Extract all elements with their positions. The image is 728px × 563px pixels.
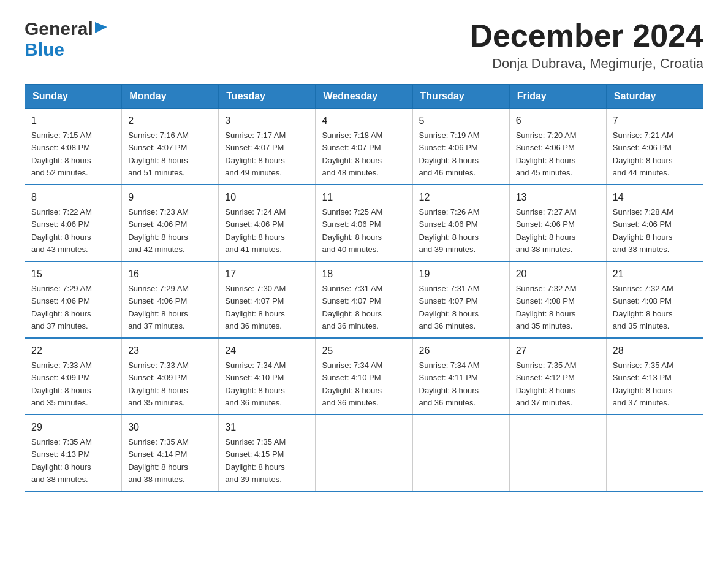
calendar-day-cell: 15 Sunrise: 7:29 AMSunset: 4:06 PMDaylig… [25,261,122,338]
calendar-day-cell [509,415,606,491]
day-number: 10 [225,190,309,205]
day-number: 29 [31,420,115,435]
calendar-day-cell: 2 Sunrise: 7:16 AMSunset: 4:07 PMDayligh… [122,109,219,185]
day-number: 28 [613,343,697,358]
calendar-day-cell: 5 Sunrise: 7:19 AMSunset: 4:06 PMDayligh… [412,109,509,185]
calendar-day-cell: 25 Sunrise: 7:34 AMSunset: 4:10 PMDaylig… [316,338,412,415]
day-info: Sunrise: 7:34 AMSunset: 4:10 PMDaylight:… [225,361,286,407]
day-number: 24 [225,343,309,358]
calendar-day-cell: 29 Sunrise: 7:35 AMSunset: 4:13 PMDaylig… [25,415,122,491]
day-number: 18 [322,267,406,282]
calendar-day-cell: 13 Sunrise: 7:27 AMSunset: 4:06 PMDaylig… [509,185,606,261]
day-info: Sunrise: 7:31 AMSunset: 4:07 PMDaylight:… [419,284,480,331]
day-info: Sunrise: 7:22 AMSunset: 4:06 PMDaylight:… [31,207,92,254]
day-info: Sunrise: 7:17 AMSunset: 4:07 PMDaylight:… [225,131,286,177]
header-friday: Friday [509,85,606,109]
calendar-day-cell: 24 Sunrise: 7:34 AMSunset: 4:10 PMDaylig… [219,338,316,415]
calendar-day-cell: 8 Sunrise: 7:22 AMSunset: 4:06 PMDayligh… [25,185,122,261]
day-info: Sunrise: 7:35 AMSunset: 4:14 PMDaylight:… [128,437,189,484]
calendar-header: Sunday Monday Tuesday Wednesday Thursday… [25,85,703,109]
day-number: 30 [128,420,212,435]
day-number: 14 [613,190,697,205]
day-number: 17 [225,267,309,282]
day-info: Sunrise: 7:35 AMSunset: 4:15 PMDaylight:… [225,437,286,484]
calendar-day-cell [316,415,412,491]
day-info: Sunrise: 7:27 AMSunset: 4:06 PMDaylight:… [516,207,577,254]
calendar-table: Sunday Monday Tuesday Wednesday Thursday… [25,84,703,492]
svg-marker-0 [95,22,107,33]
calendar-day-cell: 14 Sunrise: 7:28 AMSunset: 4:06 PMDaylig… [606,185,703,261]
day-info: Sunrise: 7:28 AMSunset: 4:06 PMDaylight:… [613,207,673,254]
header-sunday: Sunday [25,85,122,109]
calendar-body: 1 Sunrise: 7:15 AMSunset: 4:08 PMDayligh… [25,109,703,492]
day-number: 6 [516,113,600,128]
title-area: December 2024 Donja Dubrava, Megimurje, … [469,18,703,72]
day-info: Sunrise: 7:33 AMSunset: 4:09 PMDaylight:… [128,361,189,407]
calendar-day-cell: 3 Sunrise: 7:17 AMSunset: 4:07 PMDayligh… [219,109,316,185]
calendar-day-cell: 11 Sunrise: 7:25 AMSunset: 4:06 PMDaylig… [316,185,412,261]
calendar-day-cell: 26 Sunrise: 7:34 AMSunset: 4:11 PMDaylig… [412,338,509,415]
calendar-week-row: 1 Sunrise: 7:15 AMSunset: 4:08 PMDayligh… [25,109,703,185]
day-info: Sunrise: 7:31 AMSunset: 4:07 PMDaylight:… [322,284,382,331]
day-info: Sunrise: 7:19 AMSunset: 4:06 PMDaylight:… [419,131,480,177]
calendar-day-cell: 27 Sunrise: 7:35 AMSunset: 4:12 PMDaylig… [509,338,606,415]
day-number: 27 [516,343,600,358]
day-number: 1 [31,113,115,128]
day-info: Sunrise: 7:32 AMSunset: 4:08 PMDaylight:… [516,284,577,331]
calendar-day-cell: 9 Sunrise: 7:23 AMSunset: 4:06 PMDayligh… [122,185,219,261]
subtitle: Donja Dubrava, Megimurje, Croatia [469,56,703,72]
day-number: 5 [419,113,503,128]
logo-blue-text: Blue [25,39,64,60]
day-info: Sunrise: 7:30 AMSunset: 4:07 PMDaylight:… [225,284,286,331]
page-header: General Blue December 2024 Donja Dubrava… [25,18,703,72]
calendar-day-cell: 1 Sunrise: 7:15 AMSunset: 4:08 PMDayligh… [25,109,122,185]
day-info: Sunrise: 7:18 AMSunset: 4:07 PMDaylight:… [322,131,382,177]
calendar-week-row: 22 Sunrise: 7:33 AMSunset: 4:09 PMDaylig… [25,338,703,415]
day-info: Sunrise: 7:35 AMSunset: 4:13 PMDaylight:… [31,437,92,484]
day-info: Sunrise: 7:24 AMSunset: 4:06 PMDaylight:… [225,207,286,254]
day-number: 16 [128,267,212,282]
day-number: 9 [128,190,212,205]
day-info: Sunrise: 7:26 AMSunset: 4:06 PMDaylight:… [419,207,480,254]
calendar-week-row: 8 Sunrise: 7:22 AMSunset: 4:06 PMDayligh… [25,185,703,261]
day-info: Sunrise: 7:33 AMSunset: 4:09 PMDaylight:… [31,361,92,407]
calendar-day-cell: 21 Sunrise: 7:32 AMSunset: 4:08 PMDaylig… [606,261,703,338]
day-number: 21 [613,267,697,282]
header-saturday: Saturday [606,85,703,109]
calendar-day-cell: 7 Sunrise: 7:21 AMSunset: 4:06 PMDayligh… [606,109,703,185]
day-info: Sunrise: 7:29 AMSunset: 4:06 PMDaylight:… [31,284,92,331]
day-number: 2 [128,113,212,128]
calendar-day-cell: 30 Sunrise: 7:35 AMSunset: 4:14 PMDaylig… [122,415,219,491]
calendar-day-cell: 23 Sunrise: 7:33 AMSunset: 4:09 PMDaylig… [122,338,219,415]
calendar-day-cell: 19 Sunrise: 7:31 AMSunset: 4:07 PMDaylig… [412,261,509,338]
calendar-day-cell: 18 Sunrise: 7:31 AMSunset: 4:07 PMDaylig… [316,261,412,338]
day-number: 26 [419,343,503,358]
day-info: Sunrise: 7:20 AMSunset: 4:06 PMDaylight:… [516,131,577,177]
logo: General Blue [25,18,108,60]
header-monday: Monday [122,85,219,109]
day-number: 8 [31,190,115,205]
day-info: Sunrise: 7:15 AMSunset: 4:08 PMDaylight:… [31,131,92,177]
day-info: Sunrise: 7:25 AMSunset: 4:06 PMDaylight:… [322,207,382,254]
main-title: December 2024 [469,18,703,53]
calendar-day-cell: 22 Sunrise: 7:33 AMSunset: 4:09 PMDaylig… [25,338,122,415]
day-number: 15 [31,267,115,282]
day-info: Sunrise: 7:32 AMSunset: 4:08 PMDaylight:… [613,284,673,331]
day-info: Sunrise: 7:35 AMSunset: 4:13 PMDaylight:… [613,361,673,407]
calendar-day-cell: 4 Sunrise: 7:18 AMSunset: 4:07 PMDayligh… [316,109,412,185]
calendar-day-cell: 17 Sunrise: 7:30 AMSunset: 4:07 PMDaylig… [219,261,316,338]
day-info: Sunrise: 7:34 AMSunset: 4:10 PMDaylight:… [322,361,382,407]
calendar-day-cell: 16 Sunrise: 7:29 AMSunset: 4:06 PMDaylig… [122,261,219,338]
day-number: 12 [419,190,503,205]
day-info: Sunrise: 7:21 AMSunset: 4:06 PMDaylight:… [613,131,673,177]
calendar-day-cell [606,415,703,491]
calendar-week-row: 29 Sunrise: 7:35 AMSunset: 4:13 PMDaylig… [25,415,703,491]
calendar-day-cell [412,415,509,491]
day-info: Sunrise: 7:34 AMSunset: 4:11 PMDaylight:… [419,361,480,407]
logo-triangle-icon [95,22,108,36]
calendar-week-row: 15 Sunrise: 7:29 AMSunset: 4:06 PMDaylig… [25,261,703,338]
day-number: 31 [225,420,309,435]
weekday-header-row: Sunday Monday Tuesday Wednesday Thursday… [25,85,703,109]
header-wednesday: Wednesday [316,85,412,109]
header-thursday: Thursday [412,85,509,109]
